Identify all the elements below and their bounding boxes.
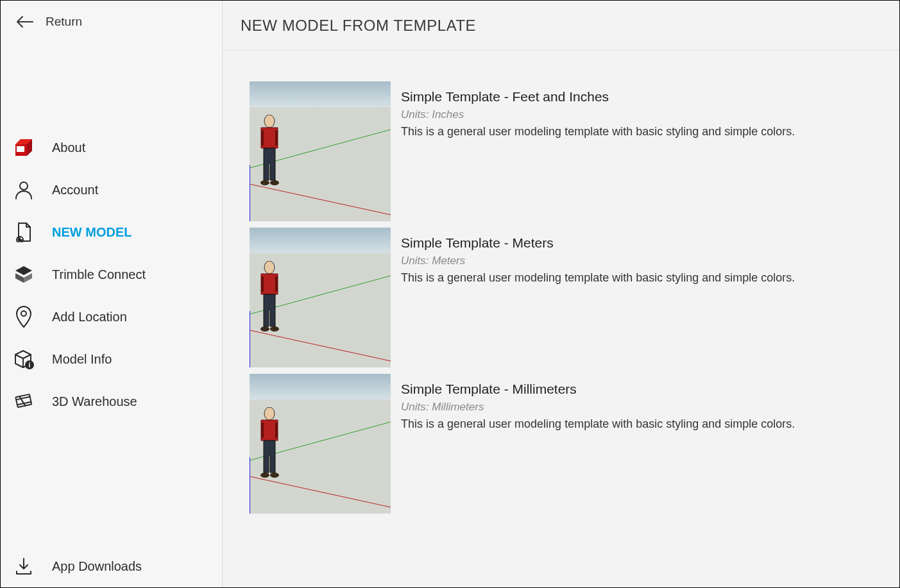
svg-point-23: [260, 326, 269, 332]
template-meters[interactable]: Simple Template - Meters Units: Meters T…: [250, 228, 872, 367]
svg-point-24: [270, 326, 279, 332]
sidebar-item-model-info[interactable]: i Model Info: [1, 338, 222, 380]
warehouse-icon: [12, 390, 35, 413]
svg-marker-7: [15, 273, 24, 283]
template-text: Simple Template - Feet and Inches Units:…: [401, 81, 795, 221]
nav-label: 3D Warehouse: [52, 394, 137, 409]
template-list: Simple Template - Feet and Inches Units:…: [223, 51, 899, 551]
template-text: Simple Template - Millimeters Units: Mil…: [401, 374, 795, 514]
sidebar-item-add-location[interactable]: Add Location: [1, 296, 222, 338]
svg-point-18: [270, 180, 279, 185]
template-units: Units: Millimeters: [401, 401, 795, 414]
svg-marker-6: [15, 266, 32, 275]
model-info-icon: i: [12, 348, 35, 371]
sidebar-item-3d-warehouse[interactable]: 3D Warehouse: [1, 380, 222, 423]
nav-label: App Downloads: [52, 559, 142, 574]
svg-line-20: [250, 330, 391, 361]
person-figure-icon: [253, 115, 285, 189]
svg-point-4: [20, 182, 28, 190]
sidebar-spacer: [1, 43, 222, 126]
nav-label: Trimble Connect: [52, 267, 146, 282]
svg-point-9: [21, 311, 26, 316]
sidebar-item-app-downloads[interactable]: App Downloads: [1, 545, 222, 587]
template-title: Simple Template - Feet and Inches: [401, 89, 795, 105]
sketchup-logo-icon: [12, 136, 35, 159]
sidebar-item-trimble-connect[interactable]: Trimble Connect: [1, 253, 222, 296]
svg-text:i: i: [29, 362, 31, 369]
app-window: Return About Account NEW MODEL: [1, 1, 899, 587]
template-feet-inches[interactable]: Simple Template - Feet and Inches Units:…: [250, 81, 872, 221]
svg-point-16: [264, 115, 275, 128]
template-title: Simple Template - Millimeters: [401, 382, 795, 397]
svg-point-22: [264, 261, 275, 274]
trimble-connect-icon: [12, 263, 35, 286]
template-thumbnail: [250, 81, 391, 221]
template-description: This is a general user modeling template…: [401, 271, 795, 285]
template-description: This is a general user modeling template…: [401, 125, 795, 139]
nav-label: Account: [52, 183, 98, 197]
svg-marker-8: [24, 273, 32, 283]
nav-label: About: [52, 140, 85, 155]
sidebar-nav: About Account NEW MODEL Trimble Connect: [1, 126, 222, 423]
nav-label: Add Location: [52, 310, 127, 324]
person-figure-icon: [253, 407, 285, 481]
template-millimeters[interactable]: Simple Template - Millimeters Units: Mil…: [250, 374, 872, 514]
sidebar-item-new-model[interactable]: NEW MODEL: [1, 211, 222, 253]
template-thumbnail: [250, 228, 391, 367]
main-panel: NEW MODEL FROM TEMPLATE: [223, 1, 899, 587]
return-label: Return: [46, 15, 82, 29]
nav-label: Model Info: [52, 352, 112, 367]
return-button[interactable]: Return: [1, 1, 222, 43]
location-pin-icon: [12, 305, 35, 328]
nav-label: NEW MODEL: [52, 225, 132, 240]
arrow-left-icon: [16, 15, 34, 28]
template-units: Units: Inches: [401, 108, 795, 121]
svg-marker-3: [17, 146, 24, 152]
person-figure-icon: [253, 261, 285, 335]
download-icon: [12, 555, 35, 578]
svg-point-29: [260, 473, 269, 478]
sidebar-item-account[interactable]: Account: [1, 169, 222, 211]
page-title: NEW MODEL FROM TEMPLATE: [241, 17, 476, 35]
main-header: NEW MODEL FROM TEMPLATE: [223, 1, 899, 51]
template-description: This is a general user modeling template…: [401, 417, 795, 431]
svg-line-14: [250, 184, 391, 215]
new-file-icon: [12, 221, 35, 244]
template-thumbnail: [250, 374, 391, 514]
svg-point-28: [264, 407, 275, 420]
sidebar-item-about[interactable]: About: [1, 126, 222, 169]
user-icon: [12, 178, 35, 201]
template-title: Simple Template - Meters: [401, 235, 795, 251]
svg-point-30: [270, 473, 279, 478]
sidebar: Return About Account NEW MODEL: [1, 1, 223, 587]
svg-point-17: [260, 180, 269, 185]
svg-line-26: [250, 476, 391, 507]
template-text: Simple Template - Meters Units: Meters T…: [401, 228, 795, 367]
svg-rect-12: [15, 394, 31, 407]
template-units: Units: Meters: [401, 255, 795, 267]
